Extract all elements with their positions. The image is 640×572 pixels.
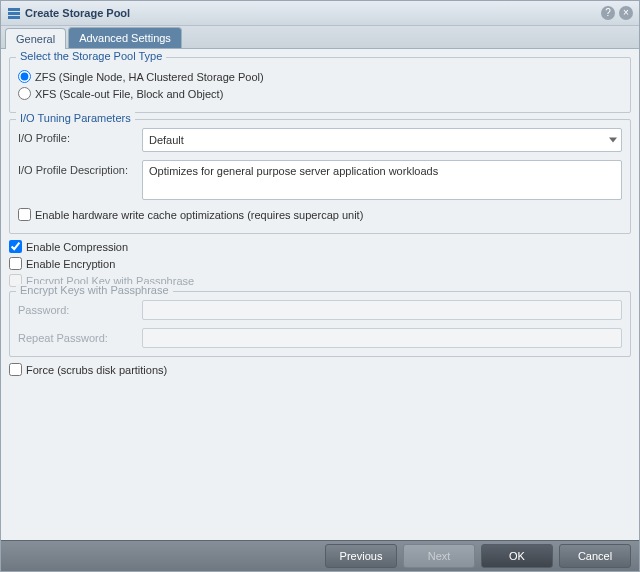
window-controls: ? × — [601, 6, 633, 20]
dialog-window: Create Storage Pool ? × General Advanced… — [0, 0, 640, 572]
radio-xfs-label: XFS (Scale-out File, Block and Object) — [35, 88, 223, 100]
radio-xfs-row[interactable]: XFS (Scale-out File, Block and Object) — [18, 87, 622, 100]
radio-zfs-row[interactable]: ZFS (Single Node, HA Clustered Storage P… — [18, 70, 622, 83]
titlebar: Create Storage Pool ? × — [1, 1, 639, 26]
password-input — [142, 300, 622, 320]
svg-rect-0 — [8, 8, 20, 11]
ok-button[interactable]: OK — [481, 544, 553, 568]
io-profile-value: Default — [149, 134, 184, 146]
repeat-password-input — [142, 328, 622, 348]
password-label: Password: — [18, 300, 134, 316]
io-profile-desc-text: Optimizes for general purpose server app… — [149, 165, 438, 177]
io-profile-desc[interactable]: Optimizes for general purpose server app… — [142, 160, 622, 200]
encrypt-keys-group: Encrypt Keys with Passphrase Password: R… — [9, 291, 631, 357]
hw-cache-checkbox[interactable] — [18, 208, 31, 221]
cancel-button[interactable]: Cancel — [559, 544, 631, 568]
encryption-label: Enable Encryption — [26, 258, 115, 270]
io-tuning-title: I/O Tuning Parameters — [16, 112, 135, 124]
help-icon[interactable]: ? — [601, 6, 615, 20]
compression-checkbox[interactable] — [9, 240, 22, 253]
previous-button[interactable]: Previous — [325, 544, 397, 568]
force-label: Force (scrubs disk partitions) — [26, 364, 167, 376]
repeat-password-label: Repeat Password: — [18, 328, 134, 344]
encrypt-keys-title: Encrypt Keys with Passphrase — [16, 284, 173, 296]
radio-xfs[interactable] — [18, 87, 31, 100]
compression-label: Enable Compression — [26, 241, 128, 253]
dialog-body: Select the Storage Pool Type ZFS (Single… — [1, 49, 639, 541]
radio-zfs-label: ZFS (Single Node, HA Clustered Storage P… — [35, 71, 264, 83]
hw-cache-label: Enable hardware write cache optimization… — [35, 209, 363, 221]
storage-pool-icon — [7, 6, 21, 20]
io-profile-desc-label: I/O Profile Description: — [18, 160, 134, 176]
force-checkbox[interactable] — [9, 363, 22, 376]
tab-general[interactable]: General — [5, 28, 66, 49]
hw-cache-row[interactable]: Enable hardware write cache optimization… — [18, 208, 622, 221]
next-button: Next — [403, 544, 475, 568]
encryption-row[interactable]: Enable Encryption — [9, 257, 631, 270]
storage-pool-type-group: Select the Storage Pool Type ZFS (Single… — [9, 57, 631, 113]
storage-pool-type-title: Select the Storage Pool Type — [16, 50, 166, 62]
svg-rect-2 — [8, 16, 20, 19]
radio-zfs[interactable] — [18, 70, 31, 83]
encryption-checkbox[interactable] — [9, 257, 22, 270]
close-icon[interactable]: × — [619, 6, 633, 20]
window-title: Create Storage Pool — [25, 7, 601, 19]
compression-row[interactable]: Enable Compression — [9, 240, 631, 253]
chevron-down-icon — [609, 138, 617, 143]
io-profile-label: I/O Profile: — [18, 128, 134, 144]
force-row[interactable]: Force (scrubs disk partitions) — [9, 363, 631, 376]
dialog-footer: Previous Next OK Cancel — [1, 540, 639, 571]
tab-advanced-settings[interactable]: Advanced Settings — [68, 27, 182, 48]
svg-rect-1 — [8, 12, 20, 15]
io-tuning-group: I/O Tuning Parameters I/O Profile: Defau… — [9, 119, 631, 234]
tab-bar: General Advanced Settings — [1, 26, 639, 49]
io-profile-select[interactable]: Default — [142, 128, 622, 152]
